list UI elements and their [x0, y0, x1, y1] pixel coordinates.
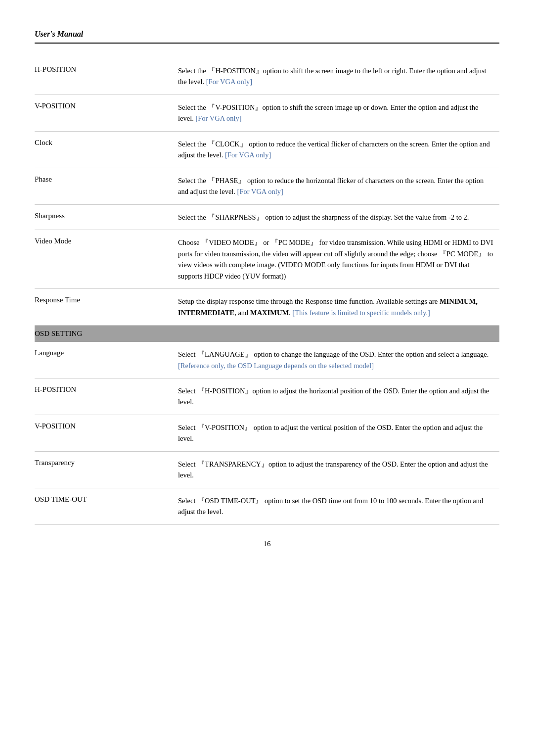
term-cell: Response Time: [35, 289, 173, 326]
table-row: ClockSelect the 『CLOCK』 option to reduce…: [35, 131, 499, 168]
blue-note: [For VGA only]: [206, 78, 252, 86]
blue-note: [This feature is limited to specific mod…: [292, 309, 430, 317]
section-header-label: OSD SETTING: [35, 326, 499, 342]
term-cell: Language: [35, 342, 173, 378]
description-cell: Select 『V-POSITION』 option to adjust the…: [173, 415, 499, 451]
desc-text: Select 『V-POSITION』 option to adjust the…: [178, 424, 483, 442]
description-cell: Select 『OSD TIME-OUT』 option to set the …: [173, 488, 499, 524]
table-row: H-POSITIONSelect 『H-POSITION』option to a…: [35, 378, 499, 415]
term-cell: V-POSITION: [35, 94, 173, 131]
table-row: Response TimeSetup the display response …: [35, 289, 499, 326]
page: User's Manual H-POSITIONSelect the 『H-PO…: [0, 0, 534, 756]
main-table: H-POSITIONSelect the 『H-POSITION』option …: [35, 58, 499, 525]
term-cell: Sharpness: [35, 204, 173, 230]
blue-note: [For VGA only]: [195, 114, 241, 122]
term-cell: H-POSITION: [35, 378, 173, 415]
term-cell: Clock: [35, 131, 173, 168]
section-header-row: OSD SETTING: [35, 326, 499, 342]
desc-text: Select 『H-POSITION』option to adjust the …: [178, 387, 489, 406]
term-cell: H-POSITION: [35, 58, 173, 94]
description-cell: Select 『LANGUAGE』 option to change the l…: [173, 342, 499, 378]
desc-text: Select the 『PHASE』 option to reduce the …: [178, 177, 484, 195]
table-row: V-POSITIONSelect 『V-POSITION』 option to …: [35, 415, 499, 451]
description-cell: Select the 『CLOCK』 option to reduce the …: [173, 131, 499, 168]
description-cell: Choose 『VIDEO MODE』 or 『PC MODE』 for vid…: [173, 230, 499, 289]
term-cell: V-POSITION: [35, 415, 173, 451]
description-cell: Select 『H-POSITION』option to adjust the …: [173, 378, 499, 415]
table-row: TransparencySelect 『TRANSPARENCY』option …: [35, 451, 499, 488]
term-cell: OSD TIME-OUT: [35, 488, 173, 524]
table-row: H-POSITIONSelect the 『H-POSITION』option …: [35, 58, 499, 94]
term-cell: Transparency: [35, 451, 173, 488]
description-cell: Select the 『PHASE』 option to reduce the …: [173, 168, 499, 204]
description-cell: Select 『TRANSPARENCY』option to adjust th…: [173, 451, 499, 488]
table-row: Video ModeChoose 『VIDEO MODE』 or 『PC MOD…: [35, 230, 499, 289]
page-number: 16: [35, 540, 499, 548]
table-row: PhaseSelect the 『PHASE』 option to reduce…: [35, 168, 499, 204]
blue-note: [Reference only, the OSD Language depend…: [178, 362, 374, 370]
table-row: V-POSITIONSelect the 『V-POSITION』option …: [35, 94, 499, 131]
blue-note: [For VGA only]: [225, 151, 271, 159]
bold-text: INTERMEDIATE: [178, 309, 234, 317]
table-row: OSD TIME-OUTSelect 『OSD TIME-OUT』 option…: [35, 488, 499, 524]
page-header: User's Manual: [35, 30, 499, 44]
desc-text: Select 『TRANSPARENCY』option to adjust th…: [178, 460, 488, 479]
desc-text: , and: [234, 309, 250, 317]
bold-text: MINIMUM,: [440, 297, 478, 305]
blue-note: [For VGA only]: [237, 188, 283, 195]
desc-text: Select the 『SHARPNESS』 option to adjust …: [178, 213, 469, 221]
desc-text: Choose 『VIDEO MODE』 or 『PC MODE』 for vid…: [178, 238, 493, 280]
description-cell: Select the 『SHARPNESS』 option to adjust …: [173, 204, 499, 230]
description-cell: Select the 『H-POSITION』option to shift t…: [173, 58, 499, 94]
bold-text: MAXIMUM: [250, 309, 289, 317]
table-row: SharpnessSelect the 『SHARPNESS』 option t…: [35, 204, 499, 230]
term-cell: Phase: [35, 168, 173, 204]
description-cell: Select the 『V-POSITION』option to shift t…: [173, 94, 499, 131]
desc-text: Select 『LANGUAGE』 option to change the l…: [178, 350, 489, 358]
term-cell: Video Mode: [35, 230, 173, 289]
manual-title: User's Manual: [35, 30, 83, 38]
desc-text: Setup the display response time through …: [178, 297, 440, 305]
desc-text: Select 『OSD TIME-OUT』 option to set the …: [178, 497, 483, 516]
table-row: LanguageSelect 『LANGUAGE』 option to chan…: [35, 342, 499, 378]
description-cell: Setup the display response time through …: [173, 289, 499, 326]
